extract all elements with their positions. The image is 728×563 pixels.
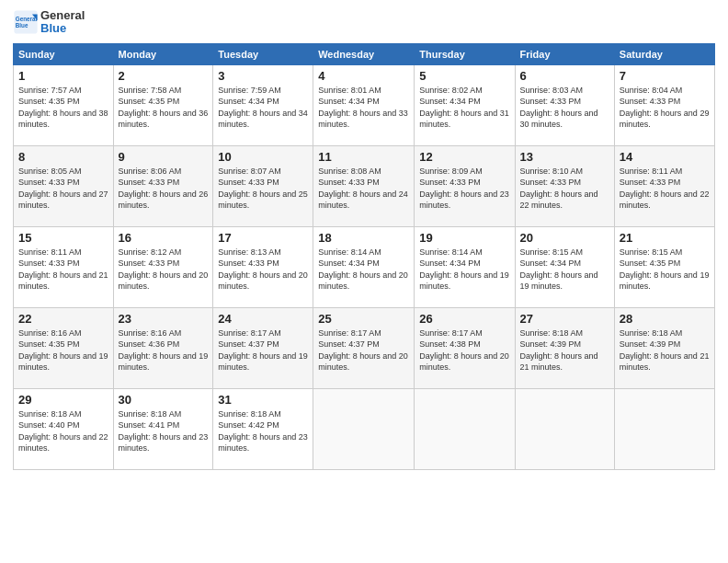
- day-number: 17: [218, 231, 308, 245]
- day-number: 7: [620, 69, 710, 83]
- day-info: Sunrise: 8:14 AM Sunset: 4:34 PM Dayligh…: [318, 247, 409, 293]
- day-number: 2: [119, 69, 209, 83]
- logo: General Blue GeneralBlue: [13, 9, 85, 36]
- day-info: Sunrise: 8:17 AM Sunset: 4:37 PM Dayligh…: [318, 327, 409, 373]
- calendar-header-row: Sunday Monday Tuesday Wednesday Thursday…: [14, 43, 715, 64]
- col-saturday: Saturday: [614, 43, 714, 64]
- col-tuesday: Tuesday: [213, 43, 313, 64]
- day-number: 29: [18, 393, 108, 407]
- calendar-cell: 25 Sunrise: 8:17 AM Sunset: 4:37 PM Dayl…: [313, 307, 415, 388]
- day-info: Sunrise: 8:09 AM Sunset: 4:33 PM Dayligh…: [419, 166, 509, 212]
- day-info: Sunrise: 8:05 AM Sunset: 4:33 PM Dayligh…: [18, 166, 108, 212]
- calendar-cell: 21 Sunrise: 8:15 AM Sunset: 4:35 PM Dayl…: [614, 226, 714, 307]
- logo-icon: General Blue: [13, 9, 39, 35]
- calendar-cell: 13 Sunrise: 8:10 AM Sunset: 4:33 PM Dayl…: [515, 145, 614, 226]
- day-number: 27: [520, 312, 609, 326]
- day-number: 24: [218, 312, 308, 326]
- col-friday: Friday: [515, 43, 614, 64]
- calendar-cell: [313, 388, 415, 469]
- day-info: Sunrise: 7:58 AM Sunset: 4:35 PM Dayligh…: [119, 85, 209, 131]
- calendar-week-row: 15 Sunrise: 8:11 AM Sunset: 4:33 PM Dayl…: [14, 226, 715, 307]
- svg-text:Blue: Blue: [16, 22, 28, 29]
- day-info: Sunrise: 8:04 AM Sunset: 4:33 PM Dayligh…: [620, 85, 710, 131]
- col-sunday: Sunday: [14, 43, 114, 64]
- day-info: Sunrise: 8:07 AM Sunset: 4:33 PM Dayligh…: [218, 166, 308, 212]
- calendar-cell: 10 Sunrise: 8:07 AM Sunset: 4:33 PM Dayl…: [213, 145, 313, 226]
- day-number: 12: [419, 150, 509, 164]
- calendar-cell: 29 Sunrise: 8:18 AM Sunset: 4:40 PM Dayl…: [14, 388, 114, 469]
- day-info: Sunrise: 8:11 AM Sunset: 4:33 PM Dayligh…: [620, 166, 710, 212]
- day-info: Sunrise: 7:57 AM Sunset: 4:35 PM Dayligh…: [18, 85, 108, 131]
- day-number: 5: [419, 69, 509, 83]
- day-number: 13: [520, 150, 609, 164]
- day-number: 19: [419, 231, 509, 245]
- col-thursday: Thursday: [415, 43, 515, 64]
- day-info: Sunrise: 8:10 AM Sunset: 4:33 PM Dayligh…: [520, 166, 609, 212]
- page-container: General Blue GeneralBlue Sunday Monday T…: [0, 0, 728, 479]
- day-number: 3: [218, 69, 308, 83]
- calendar-cell: 4 Sunrise: 8:01 AM Sunset: 4:34 PM Dayli…: [313, 64, 415, 145]
- day-number: 10: [218, 150, 308, 164]
- day-info: Sunrise: 8:14 AM Sunset: 4:34 PM Dayligh…: [419, 247, 509, 293]
- calendar-cell: 14 Sunrise: 8:11 AM Sunset: 4:33 PM Dayl…: [614, 145, 714, 226]
- day-info: Sunrise: 8:18 AM Sunset: 4:40 PM Dayligh…: [18, 408, 108, 454]
- day-info: Sunrise: 8:15 AM Sunset: 4:34 PM Dayligh…: [520, 247, 609, 293]
- calendar-cell: 30 Sunrise: 8:18 AM Sunset: 4:41 PM Dayl…: [113, 388, 213, 469]
- day-info: Sunrise: 8:18 AM Sunset: 4:39 PM Dayligh…: [620, 327, 710, 373]
- day-number: 11: [318, 150, 409, 164]
- calendar-cell: [515, 388, 614, 469]
- day-info: Sunrise: 8:08 AM Sunset: 4:33 PM Dayligh…: [318, 166, 409, 212]
- calendar-week-row: 29 Sunrise: 8:18 AM Sunset: 4:40 PM Dayl…: [14, 388, 715, 469]
- day-info: Sunrise: 8:12 AM Sunset: 4:33 PM Dayligh…: [119, 247, 209, 293]
- day-number: 22: [18, 312, 108, 326]
- calendar-cell: [614, 388, 714, 469]
- day-info: Sunrise: 8:17 AM Sunset: 4:37 PM Dayligh…: [218, 327, 308, 373]
- calendar-cell: 20 Sunrise: 8:15 AM Sunset: 4:34 PM Dayl…: [515, 226, 614, 307]
- day-info: Sunrise: 8:18 AM Sunset: 4:42 PM Dayligh…: [218, 408, 308, 454]
- day-number: 15: [18, 231, 108, 245]
- calendar-cell: 11 Sunrise: 8:08 AM Sunset: 4:33 PM Dayl…: [313, 145, 415, 226]
- calendar-body: 1 Sunrise: 7:57 AM Sunset: 4:35 PM Dayli…: [14, 64, 715, 469]
- calendar-cell: 5 Sunrise: 8:02 AM Sunset: 4:34 PM Dayli…: [415, 64, 515, 145]
- calendar-week-row: 22 Sunrise: 8:16 AM Sunset: 4:35 PM Dayl…: [14, 307, 715, 388]
- day-number: 30: [119, 393, 209, 407]
- day-info: Sunrise: 8:11 AM Sunset: 4:33 PM Dayligh…: [18, 247, 108, 293]
- day-number: 4: [318, 69, 409, 83]
- day-number: 25: [318, 312, 409, 326]
- calendar-week-row: 1 Sunrise: 7:57 AM Sunset: 4:35 PM Dayli…: [14, 64, 715, 145]
- calendar-cell: 22 Sunrise: 8:16 AM Sunset: 4:35 PM Dayl…: [14, 307, 114, 388]
- day-number: 14: [620, 150, 710, 164]
- calendar-cell: 26 Sunrise: 8:17 AM Sunset: 4:38 PM Dayl…: [415, 307, 515, 388]
- calendar-cell: 16 Sunrise: 8:12 AM Sunset: 4:33 PM Dayl…: [113, 226, 213, 307]
- calendar-cell: 12 Sunrise: 8:09 AM Sunset: 4:33 PM Dayl…: [415, 145, 515, 226]
- calendar-cell: 1 Sunrise: 7:57 AM Sunset: 4:35 PM Dayli…: [14, 64, 114, 145]
- day-number: 31: [218, 393, 308, 407]
- day-info: Sunrise: 8:02 AM Sunset: 4:34 PM Dayligh…: [419, 85, 509, 131]
- day-number: 26: [419, 312, 509, 326]
- calendar-cell: 28 Sunrise: 8:18 AM Sunset: 4:39 PM Dayl…: [614, 307, 714, 388]
- calendar-table: Sunday Monday Tuesday Wednesday Thursday…: [13, 43, 715, 470]
- day-number: 18: [318, 231, 409, 245]
- calendar-cell: 23 Sunrise: 8:16 AM Sunset: 4:36 PM Dayl…: [113, 307, 213, 388]
- calendar-cell: 18 Sunrise: 8:14 AM Sunset: 4:34 PM Dayl…: [313, 226, 415, 307]
- day-number: 6: [520, 69, 609, 83]
- calendar-cell: 24 Sunrise: 8:17 AM Sunset: 4:37 PM Dayl…: [213, 307, 313, 388]
- calendar-week-row: 8 Sunrise: 8:05 AM Sunset: 4:33 PM Dayli…: [14, 145, 715, 226]
- day-number: 8: [18, 150, 108, 164]
- calendar-cell: 8 Sunrise: 8:05 AM Sunset: 4:33 PM Dayli…: [14, 145, 114, 226]
- calendar-cell: 7 Sunrise: 8:04 AM Sunset: 4:33 PM Dayli…: [614, 64, 714, 145]
- calendar-cell: 9 Sunrise: 8:06 AM Sunset: 4:33 PM Dayli…: [113, 145, 213, 226]
- calendar-cell: 31 Sunrise: 8:18 AM Sunset: 4:42 PM Dayl…: [213, 388, 313, 469]
- day-number: 9: [119, 150, 209, 164]
- day-info: Sunrise: 8:01 AM Sunset: 4:34 PM Dayligh…: [318, 85, 409, 131]
- calendar-cell: [415, 388, 515, 469]
- day-number: 20: [520, 231, 609, 245]
- calendar-cell: 19 Sunrise: 8:14 AM Sunset: 4:34 PM Dayl…: [415, 226, 515, 307]
- col-wednesday: Wednesday: [313, 43, 415, 64]
- day-info: Sunrise: 8:06 AM Sunset: 4:33 PM Dayligh…: [119, 166, 209, 212]
- calendar-cell: 2 Sunrise: 7:58 AM Sunset: 4:35 PM Dayli…: [113, 64, 213, 145]
- day-info: Sunrise: 8:03 AM Sunset: 4:33 PM Dayligh…: [520, 85, 609, 131]
- day-info: Sunrise: 8:17 AM Sunset: 4:38 PM Dayligh…: [419, 327, 509, 373]
- day-number: 21: [620, 231, 710, 245]
- day-number: 1: [18, 69, 108, 83]
